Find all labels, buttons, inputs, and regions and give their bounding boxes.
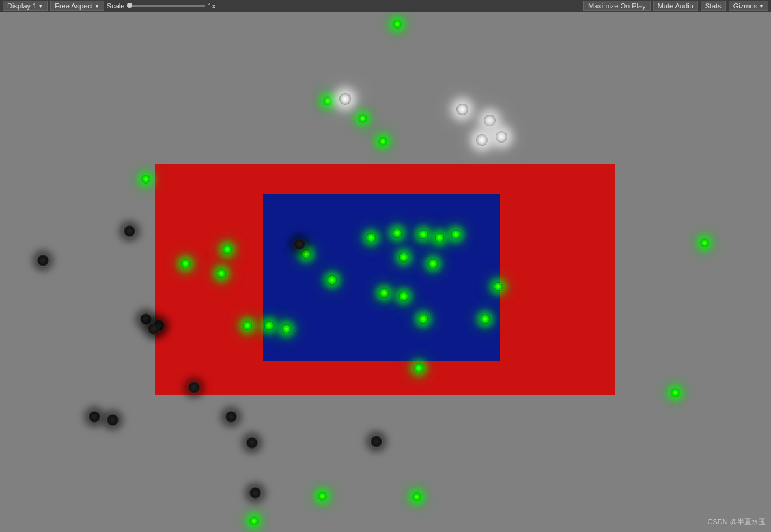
green-dot — [435, 233, 444, 242]
green-dot — [141, 175, 150, 184]
watermark-text: CSDN @半夏水玉 — [708, 518, 766, 525]
white-dot — [484, 115, 496, 126]
white-dot — [456, 104, 468, 115]
black-dot — [106, 413, 119, 427]
gizmos-arrow-icon: ▼ — [759, 3, 764, 9]
green-dot — [243, 321, 252, 330]
scale-text: Scale — [107, 2, 125, 10]
maximize-btn[interactable]: Maximize On Play — [583, 1, 651, 11]
green-dot — [419, 230, 428, 239]
green-dot — [323, 96, 332, 105]
green-dot — [217, 269, 226, 278]
scale-container: Scale 1x — [107, 2, 216, 10]
mute-btn[interactable]: Mute Audio — [653, 1, 698, 11]
green-dot — [301, 249, 311, 259]
green-dot — [419, 315, 428, 324]
green-dot — [481, 315, 490, 324]
stats-label: Stats — [705, 2, 722, 10]
scale-slider[interactable] — [127, 5, 205, 7]
green-dot — [393, 20, 402, 29]
green-dot — [671, 388, 680, 397]
green-dot — [393, 229, 402, 238]
stats-btn[interactable]: Stats — [701, 1, 726, 11]
black-dot — [123, 225, 136, 238]
green-dot — [428, 259, 438, 268]
mute-label: Mute Audio — [658, 2, 694, 10]
gizmos-btn[interactable]: Gizmos ▼ — [729, 1, 768, 11]
aspect-arrow-icon: ▼ — [94, 3, 100, 9]
maximize-label: Maximize On Play — [588, 2, 646, 10]
display-label: Display 1 — [7, 2, 36, 10]
green-dot — [328, 275, 337, 285]
green-dot — [494, 282, 503, 291]
green-dot — [414, 363, 423, 372]
green-dot — [358, 114, 367, 123]
display-arrow-icon: ▼ — [38, 3, 43, 9]
watermark: CSDN @半夏水玉 — [708, 517, 766, 527]
scale-thumb — [127, 3, 132, 8]
black-dot — [225, 410, 238, 423]
aspect-dropdown[interactable]: Free Aspect ▼ — [50, 1, 104, 11]
toolbar: Display 1 ▼ Free Aspect ▼ Scale 1x Maxim… — [0, 0, 771, 12]
display-dropdown[interactable]: Display 1 ▼ — [3, 1, 48, 11]
game-viewport: CSDN @半夏水玉 — [0, 12, 771, 532]
green-dot — [700, 238, 709, 247]
gizmos-label: Gizmos — [733, 2, 757, 10]
green-dot — [223, 245, 232, 254]
black-dot — [36, 254, 49, 267]
green-dot — [378, 137, 387, 146]
black-dot — [147, 322, 160, 335]
black-dot — [245, 436, 259, 449]
green-dot — [318, 492, 327, 501]
green-dot — [399, 253, 408, 262]
green-dot — [451, 230, 460, 239]
green-dot — [399, 292, 408, 301]
white-dot — [496, 131, 507, 143]
green-dot — [412, 492, 421, 501]
black-dot — [88, 410, 101, 423]
green-dot — [264, 321, 273, 330]
green-dot — [249, 516, 259, 525]
blue-rectangle — [263, 194, 500, 361]
white-dot — [476, 134, 488, 146]
black-dot — [188, 381, 201, 394]
scale-value: 1x — [208, 2, 216, 10]
green-dot — [282, 324, 291, 333]
aspect-label: Free Aspect — [55, 2, 93, 10]
white-dot — [339, 93, 351, 105]
green-dot — [181, 259, 190, 268]
black-dot — [370, 435, 383, 448]
black-dot — [293, 238, 306, 251]
green-dot — [367, 233, 376, 242]
green-dot — [380, 288, 389, 298]
black-dot — [249, 486, 262, 499]
